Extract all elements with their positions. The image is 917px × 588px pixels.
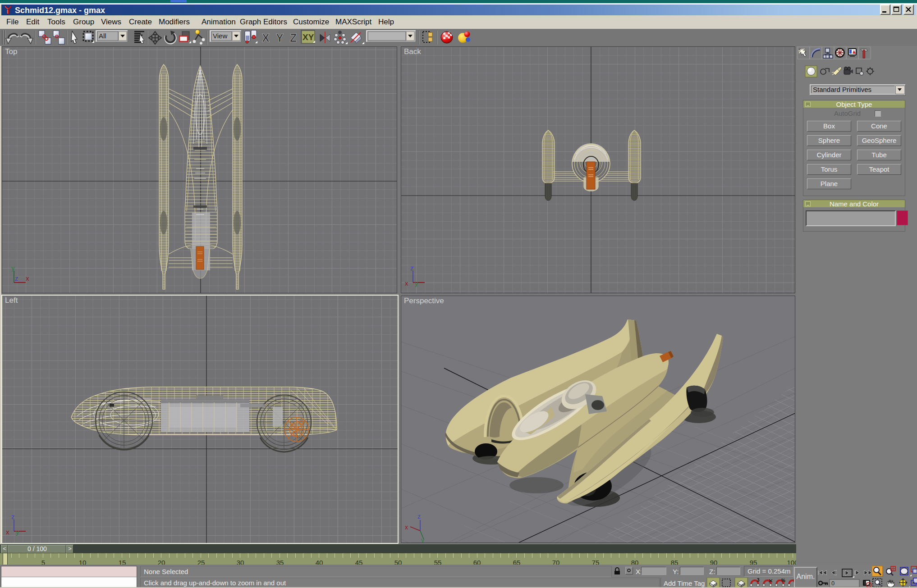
svg-text:%: % bbox=[781, 578, 785, 583]
svg-text:3: 3 bbox=[757, 578, 760, 583]
svg-text:y: y bbox=[16, 528, 19, 536]
svg-text:Z: Z bbox=[290, 32, 297, 44]
svg-text:y: y bbox=[11, 264, 15, 272]
svg-text:View: View bbox=[213, 32, 227, 40]
svg-text:x: x bbox=[6, 528, 9, 536]
svg-text:y: y bbox=[415, 279, 418, 287]
svg-text:x: x bbox=[26, 274, 29, 282]
svg-text:x: x bbox=[405, 279, 408, 287]
svg-text:Y: Y bbox=[276, 32, 284, 44]
svg-text:All: All bbox=[99, 32, 106, 40]
svg-text:X: X bbox=[262, 32, 270, 44]
svg-text:z: z bbox=[410, 264, 414, 272]
svg-text:z: z bbox=[417, 513, 421, 520]
svg-text:z: z bbox=[11, 513, 15, 520]
svg-text:y: y bbox=[421, 537, 424, 542]
svg-text:x: x bbox=[405, 524, 408, 531]
svg-text:XY: XY bbox=[303, 32, 314, 42]
svg-text:0: 0 bbox=[831, 580, 834, 587]
svg-text:z: z bbox=[15, 274, 18, 282]
